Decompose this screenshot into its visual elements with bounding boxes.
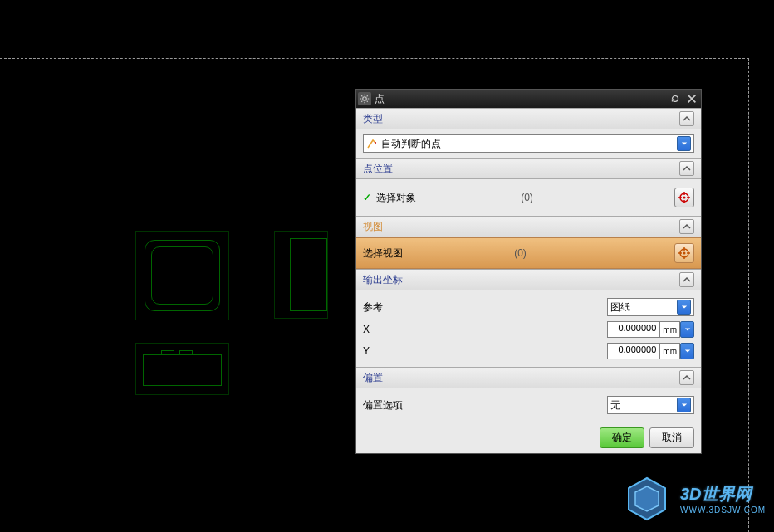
chevron-up-icon[interactable] bbox=[679, 272, 694, 287]
chevron-up-icon[interactable] bbox=[679, 111, 694, 126]
chevron-down-icon[interactable] bbox=[677, 398, 691, 412]
section-label: 类型 bbox=[363, 112, 383, 126]
logo-icon bbox=[622, 474, 672, 524]
close-icon[interactable] bbox=[684, 91, 699, 106]
section-view-header[interactable]: 视图 bbox=[356, 216, 701, 237]
gear-icon bbox=[358, 92, 371, 105]
x-input[interactable]: 0.000000 bbox=[607, 321, 660, 338]
svg-point-0 bbox=[363, 97, 367, 101]
ref-value: 图纸 bbox=[610, 300, 677, 315]
checkmark-icon: ✓ bbox=[363, 192, 371, 203]
svg-point-1 bbox=[375, 142, 376, 144]
chevron-down-icon[interactable] bbox=[677, 136, 691, 151]
dialog-footer: 确定 取消 bbox=[356, 422, 701, 453]
point-type-icon bbox=[366, 138, 378, 149]
section-type-body: 自动判断的点 bbox=[356, 129, 701, 158]
offset-label: 偏置选项 bbox=[363, 398, 413, 412]
offset-value: 无 bbox=[610, 398, 677, 412]
ok-button[interactable]: 确定 bbox=[600, 427, 644, 448]
watermark-title: 3D世界网 bbox=[680, 483, 766, 505]
reset-icon[interactable] bbox=[668, 91, 683, 106]
type-dropdown[interactable]: 自动判断的点 bbox=[363, 134, 694, 153]
dialog-titlebar[interactable]: 点 bbox=[356, 90, 701, 108]
y-input[interactable]: 0.000000 bbox=[607, 343, 660, 359]
select-view-row[interactable]: 选择视图 (0) bbox=[356, 237, 701, 269]
chevron-up-icon[interactable] bbox=[679, 219, 694, 234]
section-offset-header[interactable]: 偏置 bbox=[356, 367, 701, 388]
select-label: 选择视图 bbox=[363, 246, 511, 261]
spin-icon[interactable] bbox=[680, 343, 694, 359]
watermark: 3D世界网 WWW.3DSJW.COM bbox=[622, 474, 766, 524]
x-label: X bbox=[363, 324, 413, 335]
point-dialog: 点 类型 自动判断的点 点位置 ✓ 选择对象 (0) bbox=[355, 89, 702, 454]
ref-dropdown[interactable]: 图纸 bbox=[607, 298, 694, 316]
section-offset-body: 偏置选项 无 bbox=[356, 388, 701, 422]
x-unit: mm bbox=[660, 321, 680, 338]
section-label: 偏置 bbox=[363, 371, 383, 385]
ref-label: 参考 bbox=[363, 300, 413, 315]
svg-point-5 bbox=[683, 252, 686, 255]
offset-dropdown[interactable]: 无 bbox=[607, 396, 694, 414]
section-output-header[interactable]: 输出坐标 bbox=[356, 269, 701, 290]
select-label: 选择对象 bbox=[376, 191, 517, 205]
svg-point-3 bbox=[683, 197, 686, 199]
watermark-url: WWW.3DSJW.COM bbox=[680, 505, 766, 515]
section-label: 点位置 bbox=[363, 162, 393, 176]
select-object-row[interactable]: ✓ 选择对象 (0) bbox=[363, 184, 694, 211]
spin-icon[interactable] bbox=[680, 321, 694, 338]
chevron-down-icon[interactable] bbox=[677, 300, 691, 315]
section-output-body: 参考 图纸 X 0.000000 mm Y 0.000000 mm bbox=[356, 290, 701, 367]
select-count: (0) bbox=[521, 192, 533, 203]
y-label: Y bbox=[363, 345, 413, 357]
section-label: 视图 bbox=[363, 220, 383, 234]
chevron-up-icon[interactable] bbox=[679, 370, 694, 385]
y-unit: mm bbox=[660, 343, 680, 359]
dialog-title: 点 bbox=[375, 92, 666, 106]
drawing-view-1[interactable] bbox=[135, 231, 229, 320]
section-type-header[interactable]: 类型 bbox=[356, 108, 701, 129]
chevron-up-icon[interactable] bbox=[679, 161, 694, 176]
cancel-button[interactable]: 取消 bbox=[649, 427, 694, 448]
drawing-view-3[interactable] bbox=[135, 343, 229, 395]
type-value: 自动判断的点 bbox=[381, 137, 677, 151]
svg-marker-7 bbox=[635, 486, 659, 511]
drawing-view-2[interactable] bbox=[274, 231, 328, 319]
section-pointloc-header[interactable]: 点位置 bbox=[356, 158, 701, 179]
section-pointloc-body: ✓ 选择对象 (0) bbox=[356, 179, 701, 216]
crosshair-icon[interactable] bbox=[674, 188, 694, 207]
crosshair-icon[interactable] bbox=[674, 243, 694, 263]
select-count: (0) bbox=[514, 247, 527, 259]
section-label: 输出坐标 bbox=[363, 273, 403, 287]
